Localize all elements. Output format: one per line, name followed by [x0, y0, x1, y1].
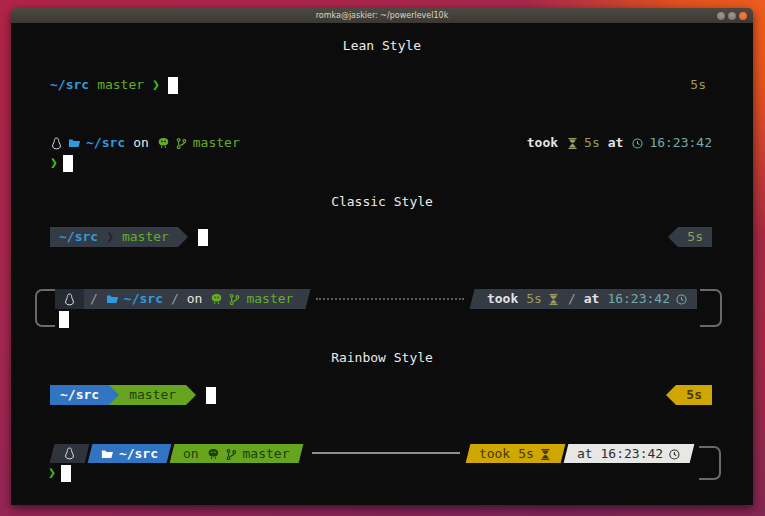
- classic2-on-label: on: [187, 289, 203, 309]
- lean1-git-branch: master: [97, 75, 144, 95]
- github-octocat-icon: [157, 137, 170, 150]
- window-titlebar[interactable]: romka@jaskier: ~/powerlevel10k: [11, 8, 753, 23]
- window-title: romka@jaskier: ~/powerlevel10k: [316, 8, 449, 23]
- classic1-git-branch: master: [122, 227, 169, 247]
- lean2-took-label: took: [527, 133, 558, 153]
- classic1-duration: 5s: [687, 227, 703, 247]
- classic2-block-cursor: [59, 311, 69, 328]
- classic2-took-label: took: [487, 289, 518, 309]
- github-octocat-icon: [207, 447, 220, 460]
- rainbow-style-heading: Rainbow Style: [11, 348, 753, 368]
- classic1-left-segment: ~/src ❯ master: [50, 227, 178, 247]
- rainbow1-duration-segment: 5s: [676, 385, 712, 405]
- rainbow2-duration-segment: took 5s: [465, 444, 565, 463]
- lean1-block-cursor: [168, 77, 178, 94]
- segment-separator: /: [568, 289, 576, 309]
- rainbow2-git-branch: master: [243, 443, 290, 463]
- rainbow-prompt-2-line2: ❯: [48, 463, 712, 483]
- hourglass-icon: [539, 447, 552, 460]
- rainbow2-prompt-caret: ❯: [48, 463, 56, 483]
- classic2-duration: 5s: [526, 289, 542, 309]
- window-controls: [717, 12, 747, 20]
- rainbow-prompt-1: ~/src master 5s: [50, 385, 712, 405]
- classic1-duration-segment: 5s: [678, 227, 712, 247]
- lean1-directory: ~/src: [50, 75, 89, 95]
- terminal-screen[interactable]: Lean Style ~/src master ❯ 5s ~/src on ma…: [11, 23, 753, 505]
- rainbow2-took-label: took: [479, 443, 510, 463]
- os-tux-icon: [50, 137, 63, 150]
- classic1-directory: ~/src: [59, 227, 98, 247]
- classic2-git-branch: master: [246, 289, 293, 309]
- gap-line-connector: [312, 452, 460, 454]
- folder-icon: [101, 447, 114, 460]
- clock-icon: [631, 137, 644, 150]
- rainbow2-directory-segment: ~/src: [88, 444, 172, 463]
- lean2-on-label: on: [133, 133, 149, 153]
- rainbow2-duration: 5s: [518, 443, 534, 463]
- lean1-prompt-caret: ❯: [152, 75, 160, 95]
- classic-prompt-1: ~/src ❯ master 5s: [50, 227, 712, 247]
- hourglass-icon: [566, 137, 579, 150]
- rainbow2-block-cursor: [61, 465, 71, 482]
- lean2-time: 16:23:42: [649, 133, 712, 153]
- powerline-arrow-icon: [178, 227, 188, 247]
- lean1-duration: 5s: [690, 75, 706, 95]
- classic1-angle-separator: ❯: [106, 227, 114, 247]
- gap-dotted-connector: [316, 298, 464, 300]
- git-branch-icon: [225, 447, 238, 460]
- lean2-duration: 5s: [584, 133, 600, 153]
- rainbow2-time-segment: at 16:23:42: [563, 444, 694, 463]
- lean-prompt-1: ~/src master ❯ 5s: [50, 75, 712, 95]
- lean2-git-branch: master: [193, 133, 240, 153]
- prompt-frame-left-bracket: [35, 289, 55, 327]
- lean-prompt-2-line2: ❯: [50, 153, 712, 173]
- classic2-time: 16:23:42: [607, 289, 670, 309]
- clock-icon: [668, 447, 681, 460]
- rainbow2-os-segment: [50, 444, 90, 463]
- github-octocat-icon: [210, 293, 223, 306]
- rainbow2-directory: ~/src: [119, 443, 158, 463]
- lean2-prompt-caret: ❯: [50, 153, 58, 173]
- git-branch-icon: [175, 137, 188, 150]
- classic2-at-label: at: [584, 289, 600, 309]
- classic-prompt-2-line2: [59, 309, 712, 329]
- lean2-at-label: at: [608, 133, 624, 153]
- powerline-arrow-icon: [186, 385, 196, 405]
- rainbow-prompt-2-line1: ~/src on master took 5s at 16:23:42: [52, 443, 695, 463]
- rainbow1-git-branch: master: [129, 385, 176, 405]
- os-tux-icon: [63, 447, 76, 460]
- close-button[interactable]: [739, 12, 747, 20]
- lean-prompt-2-line1: ~/src on master took 5s at 16:23:42: [50, 133, 712, 153]
- rainbow1-duration: 5s: [686, 385, 702, 405]
- classic1-block-cursor: [198, 229, 208, 246]
- classic-prompt-2-line1: / ~/src / on master took 5s / a: [55, 289, 697, 309]
- rainbow1-block-cursor: [206, 387, 216, 404]
- clock-icon: [675, 293, 688, 306]
- lean2-directory: ~/src: [86, 133, 125, 153]
- minimize-button[interactable]: [717, 12, 725, 20]
- git-branch-icon: [228, 293, 241, 306]
- hourglass-icon: [547, 293, 560, 306]
- maximize-button[interactable]: [728, 12, 736, 20]
- segment-separator: /: [171, 289, 179, 309]
- rainbow1-directory: ~/src: [60, 385, 99, 405]
- powerline-arrow-icon: [109, 385, 119, 405]
- powerline-arrow-icon: [668, 227, 678, 247]
- lean-style-heading: Lean Style: [11, 36, 753, 56]
- classic2-directory: ~/src: [124, 289, 163, 309]
- classic-style-heading: Classic Style: [11, 192, 753, 212]
- rainbow2-at-label: at: [577, 443, 593, 463]
- rainbow1-directory-segment: ~/src: [50, 385, 109, 405]
- powerline-arrow-icon: [666, 385, 676, 405]
- os-tux-icon: [63, 293, 76, 306]
- rainbow2-git-segment: on master: [170, 444, 303, 463]
- desktop-wallpaper: romka@jaskier: ~/powerlevel10k Lean Styl…: [0, 0, 765, 516]
- folder-icon: [106, 293, 119, 306]
- folder-icon: [68, 137, 81, 150]
- rainbow2-time: 16:23:42: [600, 443, 663, 463]
- terminal-window: romka@jaskier: ~/powerlevel10k Lean Styl…: [11, 8, 753, 505]
- classic2-right-segment: took 5s / at 16:23:42: [478, 289, 697, 309]
- lean2-block-cursor: [63, 155, 73, 172]
- segment-separator: /: [90, 289, 98, 309]
- rainbow1-branch-segment: master: [119, 385, 186, 405]
